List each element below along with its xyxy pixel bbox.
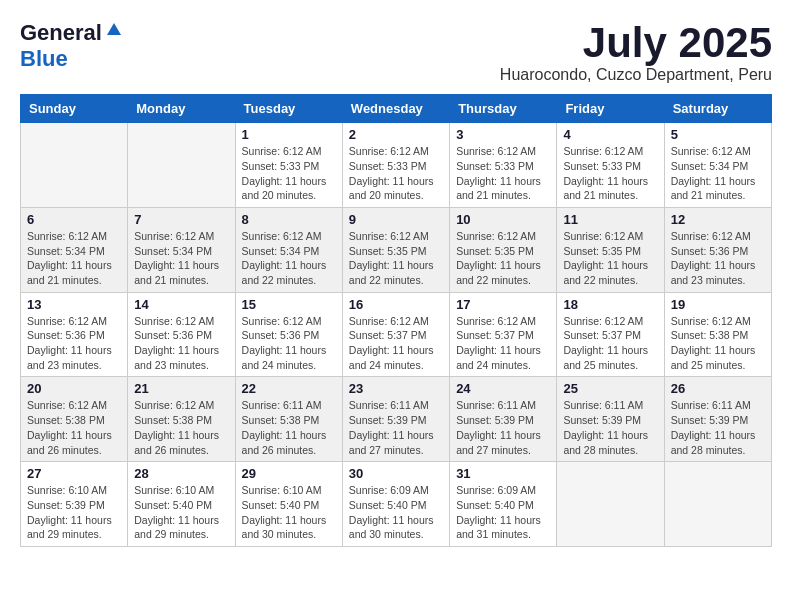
calendar-header-row: SundayMondayTuesdayWednesdayThursdayFrid…: [21, 95, 772, 123]
day-info: Sunrise: 6:12 AM Sunset: 5:33 PM Dayligh…: [456, 144, 550, 203]
calendar-day-cell: [557, 462, 664, 547]
day-number: 7: [134, 212, 228, 227]
calendar-day-cell: 3Sunrise: 6:12 AM Sunset: 5:33 PM Daylig…: [450, 123, 557, 208]
day-number: 13: [27, 297, 121, 312]
day-info: Sunrise: 6:12 AM Sunset: 5:34 PM Dayligh…: [27, 229, 121, 288]
calendar-table: SundayMondayTuesdayWednesdayThursdayFrid…: [20, 94, 772, 547]
day-info: Sunrise: 6:12 AM Sunset: 5:36 PM Dayligh…: [242, 314, 336, 373]
day-info: Sunrise: 6:09 AM Sunset: 5:40 PM Dayligh…: [456, 483, 550, 542]
calendar-day-cell: [128, 123, 235, 208]
calendar-week-row: 6Sunrise: 6:12 AM Sunset: 5:34 PM Daylig…: [21, 207, 772, 292]
calendar-day-cell: 19Sunrise: 6:12 AM Sunset: 5:38 PM Dayli…: [664, 292, 771, 377]
logo-general-text: General: [20, 20, 102, 46]
day-info: Sunrise: 6:10 AM Sunset: 5:40 PM Dayligh…: [134, 483, 228, 542]
day-number: 26: [671, 381, 765, 396]
day-number: 2: [349, 127, 443, 142]
day-number: 22: [242, 381, 336, 396]
day-number: 10: [456, 212, 550, 227]
calendar-day-cell: [664, 462, 771, 547]
page-header: General Blue July 2025 Huarocondo, Cuzco…: [20, 20, 772, 84]
day-info: Sunrise: 6:12 AM Sunset: 5:33 PM Dayligh…: [563, 144, 657, 203]
calendar-day-cell: 11Sunrise: 6:12 AM Sunset: 5:35 PM Dayli…: [557, 207, 664, 292]
calendar-day-cell: 27Sunrise: 6:10 AM Sunset: 5:39 PM Dayli…: [21, 462, 128, 547]
day-info: Sunrise: 6:12 AM Sunset: 5:34 PM Dayligh…: [242, 229, 336, 288]
day-info: Sunrise: 6:09 AM Sunset: 5:40 PM Dayligh…: [349, 483, 443, 542]
day-number: 20: [27, 381, 121, 396]
day-number: 25: [563, 381, 657, 396]
calendar-day-cell: 4Sunrise: 6:12 AM Sunset: 5:33 PM Daylig…: [557, 123, 664, 208]
day-info: Sunrise: 6:12 AM Sunset: 5:37 PM Dayligh…: [563, 314, 657, 373]
day-info: Sunrise: 6:12 AM Sunset: 5:33 PM Dayligh…: [349, 144, 443, 203]
day-info: Sunrise: 6:12 AM Sunset: 5:35 PM Dayligh…: [349, 229, 443, 288]
calendar-day-cell: 22Sunrise: 6:11 AM Sunset: 5:38 PM Dayli…: [235, 377, 342, 462]
day-info: Sunrise: 6:12 AM Sunset: 5:34 PM Dayligh…: [134, 229, 228, 288]
calendar-day-cell: 31Sunrise: 6:09 AM Sunset: 5:40 PM Dayli…: [450, 462, 557, 547]
logo: General Blue: [20, 20, 123, 72]
day-info: Sunrise: 6:12 AM Sunset: 5:36 PM Dayligh…: [134, 314, 228, 373]
calendar-day-cell: 20Sunrise: 6:12 AM Sunset: 5:38 PM Dayli…: [21, 377, 128, 462]
calendar-day-cell: 1Sunrise: 6:12 AM Sunset: 5:33 PM Daylig…: [235, 123, 342, 208]
day-number: 12: [671, 212, 765, 227]
day-number: 29: [242, 466, 336, 481]
day-number: 6: [27, 212, 121, 227]
day-info: Sunrise: 6:12 AM Sunset: 5:35 PM Dayligh…: [563, 229, 657, 288]
day-number: 14: [134, 297, 228, 312]
title-block: July 2025 Huarocondo, Cuzco Department, …: [500, 20, 772, 84]
day-of-week-header: Sunday: [21, 95, 128, 123]
calendar-day-cell: 26Sunrise: 6:11 AM Sunset: 5:39 PM Dayli…: [664, 377, 771, 462]
calendar-day-cell: 30Sunrise: 6:09 AM Sunset: 5:40 PM Dayli…: [342, 462, 449, 547]
calendar-day-cell: 12Sunrise: 6:12 AM Sunset: 5:36 PM Dayli…: [664, 207, 771, 292]
calendar-day-cell: 24Sunrise: 6:11 AM Sunset: 5:39 PM Dayli…: [450, 377, 557, 462]
calendar-day-cell: 14Sunrise: 6:12 AM Sunset: 5:36 PM Dayli…: [128, 292, 235, 377]
day-info: Sunrise: 6:12 AM Sunset: 5:37 PM Dayligh…: [349, 314, 443, 373]
day-info: Sunrise: 6:12 AM Sunset: 5:38 PM Dayligh…: [27, 398, 121, 457]
day-of-week-header: Friday: [557, 95, 664, 123]
day-info: Sunrise: 6:11 AM Sunset: 5:39 PM Dayligh…: [349, 398, 443, 457]
day-info: Sunrise: 6:12 AM Sunset: 5:34 PM Dayligh…: [671, 144, 765, 203]
location-text: Huarocondo, Cuzco Department, Peru: [500, 66, 772, 84]
day-of-week-header: Thursday: [450, 95, 557, 123]
day-info: Sunrise: 6:11 AM Sunset: 5:39 PM Dayligh…: [563, 398, 657, 457]
calendar-day-cell: 9Sunrise: 6:12 AM Sunset: 5:35 PM Daylig…: [342, 207, 449, 292]
calendar-week-row: 27Sunrise: 6:10 AM Sunset: 5:39 PM Dayli…: [21, 462, 772, 547]
day-info: Sunrise: 6:12 AM Sunset: 5:35 PM Dayligh…: [456, 229, 550, 288]
calendar-day-cell: 16Sunrise: 6:12 AM Sunset: 5:37 PM Dayli…: [342, 292, 449, 377]
day-number: 3: [456, 127, 550, 142]
day-number: 31: [456, 466, 550, 481]
day-number: 1: [242, 127, 336, 142]
day-number: 30: [349, 466, 443, 481]
calendar-day-cell: 23Sunrise: 6:11 AM Sunset: 5:39 PM Dayli…: [342, 377, 449, 462]
svg-marker-0: [107, 23, 121, 35]
day-info: Sunrise: 6:12 AM Sunset: 5:33 PM Dayligh…: [242, 144, 336, 203]
day-number: 21: [134, 381, 228, 396]
day-info: Sunrise: 6:11 AM Sunset: 5:39 PM Dayligh…: [671, 398, 765, 457]
day-number: 5: [671, 127, 765, 142]
day-number: 9: [349, 212, 443, 227]
calendar-day-cell: 8Sunrise: 6:12 AM Sunset: 5:34 PM Daylig…: [235, 207, 342, 292]
day-number: 27: [27, 466, 121, 481]
day-info: Sunrise: 6:11 AM Sunset: 5:39 PM Dayligh…: [456, 398, 550, 457]
calendar-day-cell: 5Sunrise: 6:12 AM Sunset: 5:34 PM Daylig…: [664, 123, 771, 208]
calendar-day-cell: 17Sunrise: 6:12 AM Sunset: 5:37 PM Dayli…: [450, 292, 557, 377]
day-of-week-header: Saturday: [664, 95, 771, 123]
calendar-day-cell: 25Sunrise: 6:11 AM Sunset: 5:39 PM Dayli…: [557, 377, 664, 462]
month-title: July 2025: [500, 20, 772, 66]
day-info: Sunrise: 6:11 AM Sunset: 5:38 PM Dayligh…: [242, 398, 336, 457]
calendar-day-cell: 15Sunrise: 6:12 AM Sunset: 5:36 PM Dayli…: [235, 292, 342, 377]
day-info: Sunrise: 6:10 AM Sunset: 5:40 PM Dayligh…: [242, 483, 336, 542]
day-number: 24: [456, 381, 550, 396]
day-number: 17: [456, 297, 550, 312]
calendar-week-row: 20Sunrise: 6:12 AM Sunset: 5:38 PM Dayli…: [21, 377, 772, 462]
calendar-week-row: 1Sunrise: 6:12 AM Sunset: 5:33 PM Daylig…: [21, 123, 772, 208]
day-of-week-header: Wednesday: [342, 95, 449, 123]
calendar-day-cell: 29Sunrise: 6:10 AM Sunset: 5:40 PM Dayli…: [235, 462, 342, 547]
calendar-day-cell: 2Sunrise: 6:12 AM Sunset: 5:33 PM Daylig…: [342, 123, 449, 208]
day-number: 18: [563, 297, 657, 312]
day-number: 28: [134, 466, 228, 481]
calendar-week-row: 13Sunrise: 6:12 AM Sunset: 5:36 PM Dayli…: [21, 292, 772, 377]
day-number: 15: [242, 297, 336, 312]
day-info: Sunrise: 6:12 AM Sunset: 5:38 PM Dayligh…: [134, 398, 228, 457]
day-info: Sunrise: 6:10 AM Sunset: 5:39 PM Dayligh…: [27, 483, 121, 542]
calendar-day-cell: 18Sunrise: 6:12 AM Sunset: 5:37 PM Dayli…: [557, 292, 664, 377]
day-info: Sunrise: 6:12 AM Sunset: 5:36 PM Dayligh…: [27, 314, 121, 373]
